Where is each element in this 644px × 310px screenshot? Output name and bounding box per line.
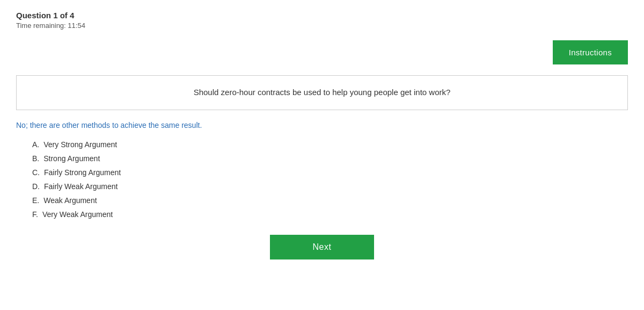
option-letter: D. (32, 182, 40, 191)
question-counter: Question 1 of 4 (16, 11, 628, 20)
answer-context: No; there are other methods to achieve t… (16, 121, 628, 129)
question-text: Should zero-hour contracts be used to he… (33, 86, 611, 99)
instructions-area: Instructions (0, 35, 644, 75)
option-text: Very Strong Argument (43, 140, 117, 149)
option-letter: B. (32, 154, 39, 163)
list-item[interactable]: B.Strong Argument (32, 154, 628, 163)
option-text: Weak Argument (43, 196, 97, 205)
instructions-button[interactable]: Instructions (553, 40, 628, 64)
list-item[interactable]: C.Fairly Strong Argument (32, 168, 628, 177)
list-item[interactable]: D.Fairly Weak Argument (32, 182, 628, 191)
options-list: A.Very Strong ArgumentB.Strong ArgumentC… (32, 140, 628, 219)
option-letter: C. (32, 168, 40, 177)
option-letter: E. (32, 196, 39, 205)
option-text: Fairly Weak Argument (44, 182, 118, 191)
next-area: Next (0, 235, 644, 276)
header: Question 1 of 4 Time remaining: 11:54 (0, 0, 644, 35)
option-text: Very Weak Argument (42, 210, 113, 219)
list-item[interactable]: F.Very Weak Argument (32, 210, 628, 219)
option-letter: A. (32, 140, 39, 149)
list-item[interactable]: A.Very Strong Argument (32, 140, 628, 149)
option-letter: F. (32, 210, 38, 219)
option-text: Fairly Strong Argument (44, 168, 121, 177)
time-remaining: Time remaining: 11:54 (16, 21, 628, 30)
list-item[interactable]: E.Weak Argument (32, 196, 628, 205)
next-button[interactable]: Next (270, 235, 375, 259)
option-text: Strong Argument (43, 154, 100, 163)
question-box: Should zero-hour contracts be used to he… (16, 75, 628, 110)
